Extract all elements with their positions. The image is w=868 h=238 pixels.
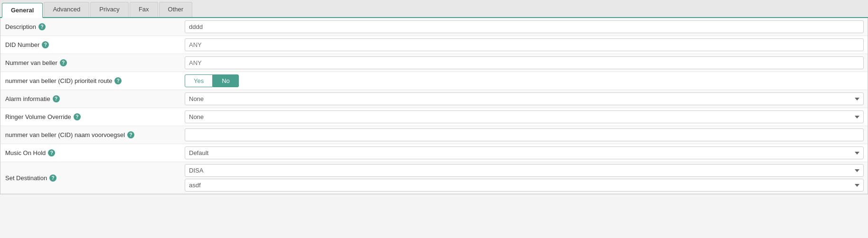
music-on-hold-row: Music On Hold ? Default <box>0 144 868 162</box>
yes-no-toggle: Yes No <box>185 74 864 87</box>
set-destination-select-2[interactable]: asdf <box>185 179 864 192</box>
did-number-help-icon[interactable]: ? <box>42 41 49 48</box>
cid-naam-label: nummer van beller (CID) naam voorvoegsel… <box>0 128 181 141</box>
ringer-volume-help-icon[interactable]: ? <box>74 113 81 120</box>
no-button[interactable]: No <box>213 74 239 87</box>
tab-advanced[interactable]: Advanced <box>44 2 89 17</box>
did-number-label: DID Number ? <box>0 38 181 51</box>
set-destination-label: Set Destination ? <box>0 172 181 184</box>
cid-naam-help-icon[interactable]: ? <box>127 131 134 138</box>
tab-fax[interactable]: Fax <box>130 2 158 17</box>
description-label: Description ? <box>0 20 181 33</box>
cid-prioriteit-help-icon[interactable]: ? <box>114 77 122 84</box>
cid-naam-control <box>181 127 868 143</box>
set-destination-row: Set Destination ? DISA asdf <box>0 162 868 194</box>
cid-prioriteit-control: Yes No <box>181 73 868 89</box>
ringer-volume-label: Ringer Volume Override ? <box>0 110 181 123</box>
tab-bar: General Advanced Privacy Fax Other <box>0 0 868 18</box>
music-on-hold-control: Default <box>181 145 868 161</box>
did-number-input[interactable] <box>185 38 864 51</box>
description-help-icon[interactable]: ? <box>38 23 46 30</box>
music-on-hold-help-icon[interactable]: ? <box>48 149 55 156</box>
set-destination-control: DISA asdf <box>181 162 868 193</box>
nummer-van-beller-control <box>181 55 868 71</box>
alarm-informatie-control: None <box>181 91 868 107</box>
ringer-volume-select[interactable]: None <box>185 110 864 123</box>
alarm-informatie-help-icon[interactable]: ? <box>53 95 60 102</box>
cid-naam-input[interactable] <box>185 128 864 141</box>
did-number-control <box>181 37 868 53</box>
alarm-informatie-select[interactable]: None <box>185 92 864 105</box>
set-destination-help-icon[interactable]: ? <box>49 174 57 182</box>
nummer-van-beller-help-icon[interactable]: ? <box>60 59 67 66</box>
music-on-hold-label: Music On Hold ? <box>0 146 181 159</box>
cid-prioriteit-row: nummer van beller (CID) prioriteit route… <box>0 72 868 90</box>
set-destination-select-1[interactable]: DISA <box>185 164 864 177</box>
yes-button[interactable]: Yes <box>185 74 213 87</box>
tab-privacy[interactable]: Privacy <box>90 2 129 17</box>
description-input[interactable] <box>185 20 864 33</box>
cid-naam-row: nummer van beller (CID) naam voorvoegsel… <box>0 126 868 144</box>
alarm-informatie-label: Alarm informatie ? <box>0 92 181 105</box>
ringer-volume-control: None <box>181 109 868 125</box>
cid-prioriteit-label: nummer van beller (CID) prioriteit route… <box>0 74 181 87</box>
form-content: Description ? DID Number ? Nummer van be… <box>0 18 868 194</box>
nummer-van-beller-label: Nummer van beller ? <box>0 56 181 69</box>
nummer-van-beller-input[interactable] <box>185 56 864 69</box>
music-on-hold-select[interactable]: Default <box>185 146 864 159</box>
did-number-row: DID Number ? <box>0 36 868 54</box>
description-control <box>181 18 868 35</box>
ringer-volume-row: Ringer Volume Override ? None <box>0 108 868 126</box>
tab-other[interactable]: Other <box>159 2 193 17</box>
nummer-van-beller-row: Nummer van beller ? <box>0 54 868 72</box>
alarm-informatie-row: Alarm informatie ? None <box>0 90 868 108</box>
tab-general[interactable]: General <box>2 3 43 18</box>
description-row: Description ? <box>0 18 868 36</box>
